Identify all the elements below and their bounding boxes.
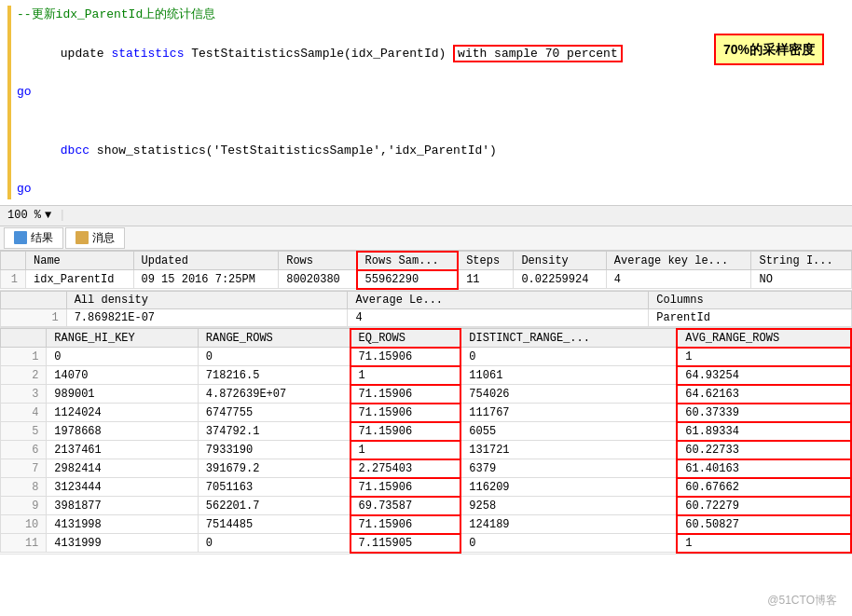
- table1-cell: 0.02259924: [514, 270, 606, 289]
- tab-messages-label: 消息: [92, 230, 115, 246]
- table3-rownum: 8: [1, 478, 47, 497]
- table3-rownum: 10: [1, 515, 47, 534]
- code-line-4: [0, 103, 852, 122]
- table3-cell: 6747755: [198, 404, 350, 422]
- code-dbcc-kw: dbcc: [61, 144, 89, 157]
- table3-cell: 60.50827: [677, 515, 851, 534]
- table3-header-rangehikey: RANGE_HI_KEY: [47, 329, 198, 348]
- results-area: Name Updated Rows Rows Sam... Steps Dens…: [0, 251, 852, 554]
- zoom-dropdown-icon[interactable]: ▼: [45, 209, 51, 222]
- table3-cell: 2.275403: [350, 459, 461, 478]
- table3-cell: 14070: [47, 366, 198, 385]
- table3-cell: 111767: [460, 404, 677, 422]
- table3-header-distinct: DISTINCT_RANGE_...: [460, 329, 677, 348]
- table1-cell: 80020380: [279, 270, 357, 289]
- table3-rownum: 1: [1, 348, 47, 366]
- table3-rownum: 5: [1, 422, 47, 441]
- table3-cell: 1: [350, 441, 461, 459]
- table1-header-density: Density: [514, 252, 606, 270]
- table2: All density Average Le... Columns 17.869…: [0, 291, 852, 327]
- table3-cell: 60.22733: [677, 441, 851, 459]
- table3-cell: 131721: [460, 441, 677, 459]
- table1-rownumcol: [1, 252, 26, 270]
- code-statistics-kw: statistics: [111, 47, 184, 61]
- table3-cell: 61.89334: [677, 422, 851, 441]
- tab-results[interactable]: 结果: [4, 227, 63, 249]
- table3-cell: 7.115905: [350, 534, 461, 553]
- code-line-6: go: [0, 180, 852, 199]
- table3-rownum: 11: [1, 534, 47, 553]
- table1-cell: 09 15 2016 7:25PM: [133, 270, 279, 289]
- table2-section: All density Average Le... Columns 17.869…: [0, 291, 852, 328]
- table3-cell: 6055: [460, 422, 677, 441]
- results-icon: [14, 231, 27, 244]
- table3-cell: 69.73587: [350, 497, 461, 515]
- table3-rownum: 3: [1, 385, 47, 404]
- table3-cell: 0: [460, 534, 677, 553]
- table2-header-columns: Columns: [649, 291, 852, 308]
- table1-cell: 55962290: [357, 270, 459, 289]
- table3-cell: 7933190: [198, 441, 350, 459]
- table2-cell: ParentId: [649, 308, 852, 326]
- table3-cell: 71.15906: [350, 422, 461, 441]
- table3-cell: 1978668: [47, 422, 198, 441]
- table3-cell: 1124024: [47, 404, 198, 422]
- table3-cell: 0: [198, 348, 350, 366]
- tab-bar: 结果 消息: [0, 226, 852, 251]
- table3-cell: 1: [350, 366, 461, 385]
- table3-cell: 71.15906: [350, 478, 461, 497]
- table3-cell: 391679.2: [198, 459, 350, 478]
- comment-text: --更新idx_ParentId上的统计信息: [17, 6, 215, 25]
- table3-cell: 3123444: [47, 478, 198, 497]
- table3-cell: 64.62163: [677, 385, 851, 404]
- code-line-3: go: [0, 83, 852, 103]
- table2-rownumcol: [1, 291, 67, 308]
- table3-cell: 0: [47, 348, 198, 366]
- table3-cell: 4.872639E+07: [198, 385, 350, 404]
- table1-cell: idx_ParentId: [26, 270, 133, 289]
- table3-cell: 60.72279: [677, 497, 851, 515]
- table3-cell: 116209: [460, 478, 677, 497]
- table3-header-rangerows: RANGE_ROWS: [198, 329, 350, 348]
- table3-cell: 754026: [460, 385, 677, 404]
- table3-cell: 0: [460, 348, 677, 366]
- table1: Name Updated Rows Rows Sam... Steps Dens…: [0, 251, 852, 290]
- messages-icon: [76, 231, 89, 244]
- tab-results-label: 结果: [31, 230, 53, 246]
- table1-header-name: Name: [26, 252, 133, 270]
- table1-header-rows: Rows: [279, 252, 357, 270]
- table3-rownum: 6: [1, 441, 47, 459]
- zoom-separator: |: [59, 209, 65, 222]
- table2-cell: 7.869821E-07: [66, 308, 348, 326]
- table3-cell: 4131998: [47, 515, 198, 534]
- table3-section: RANGE_HI_KEY RANGE_ROWS EQ_ROWS DISTINCT…: [0, 328, 852, 554]
- code-editor: --更新idx_ParentId上的统计信息 update statistics…: [0, 0, 852, 206]
- table3-cell: 71.15906: [350, 385, 461, 404]
- table1-header-rowssam: Rows Sam...: [357, 252, 459, 270]
- table3-cell: 4131999: [47, 534, 198, 553]
- table3-cell: 6379: [460, 459, 677, 478]
- table3-cell: 562201.7: [198, 497, 350, 515]
- code-line-5: dbcc show_statistics('TestStaitisticsSam…: [0, 122, 852, 180]
- table3-rownum: 9: [1, 497, 47, 515]
- table1-rownum: 1: [1, 270, 26, 289]
- table2-header-alldensity: All density: [66, 291, 348, 308]
- zoom-bar: 100 % ▼ |: [0, 206, 852, 226]
- table3-cell: 2137461: [47, 441, 198, 459]
- code-mid: TestStaitisticsSample(idx_ParentId): [184, 47, 453, 61]
- tab-messages[interactable]: 消息: [65, 227, 125, 249]
- table3-cell: 71.15906: [350, 348, 461, 366]
- table3-header-avgrange: AVG_RANGE_ROWS: [677, 329, 851, 348]
- table3-cell: 124189: [460, 515, 677, 534]
- table3-cell: 64.93254: [677, 366, 851, 385]
- watermark: @51CTO博客: [767, 593, 837, 609]
- with-sample-highlight: with sample 70 percent: [453, 45, 623, 62]
- table3-cell: 61.40163: [677, 459, 851, 478]
- code-go-2: go: [17, 180, 32, 199]
- table1-cell: NO: [751, 270, 852, 289]
- zoom-level: 100 %: [7, 209, 41, 222]
- table1-cell: 11: [458, 270, 514, 289]
- table2-header-avglen: Average Le...: [348, 291, 649, 308]
- table3-rownum: 4: [1, 404, 47, 422]
- code-line-1: --更新idx_ParentId上的统计信息: [0, 6, 852, 25]
